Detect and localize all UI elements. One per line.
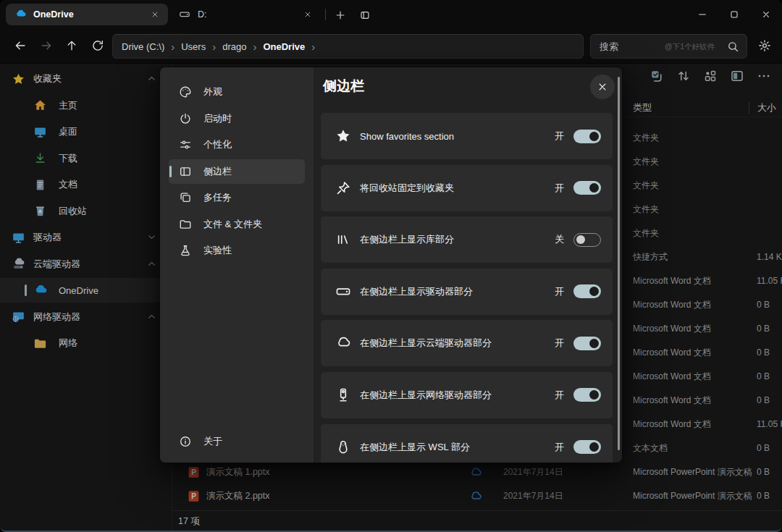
- drive-icon: [335, 284, 351, 300]
- setting-label: 在侧边栏上显示云端驱动器部分: [360, 337, 555, 350]
- tab-layout-button[interactable]: [356, 6, 374, 25]
- settings-nav-label: 多任务: [203, 191, 232, 204]
- settings-nav-label: 文件 & 文件夹: [203, 218, 262, 231]
- palette-icon: [179, 85, 192, 98]
- tab-label: D:: [198, 9, 295, 20]
- toggle-group: 开: [555, 440, 601, 454]
- toggle-knob: [589, 287, 599, 296]
- toggle-state-label: 开: [555, 130, 564, 143]
- toggle-switch-show-library[interactable]: [573, 233, 601, 247]
- settings-nav-appearance[interactable]: 外观: [169, 80, 305, 104]
- tab-bar: OneDriveD:: [6, 4, 321, 25]
- setting-label: 在侧边栏上显示 WSL 部分: [360, 441, 555, 454]
- settings-nav-label: 个性化: [203, 138, 232, 151]
- power-icon: [179, 112, 192, 125]
- toggle-state-label: 开: [555, 441, 564, 454]
- tab-divider: [325, 9, 326, 20]
- settings-nav-about[interactable]: 关于: [169, 429, 305, 454]
- server-icon: [335, 387, 351, 403]
- toggle-knob: [589, 132, 599, 141]
- toggle-knob: [589, 390, 599, 400]
- toggle-group: 开: [555, 388, 601, 402]
- toggle-state-label: 开: [555, 285, 564, 298]
- breadcrumb-item-2[interactable]: drago: [222, 41, 246, 52]
- toggle-knob: [589, 339, 599, 348]
- sidebar-layout-icon: [179, 165, 192, 178]
- setting-label: 将回收站固定到收藏夹: [360, 182, 555, 195]
- setting-row-show-network-drives: 在侧边栏上显示网络驱动器部分开: [321, 372, 613, 418]
- settings-nav-label: 关于: [203, 435, 222, 448]
- toggle-switch-show-cloud-drives[interactable]: [573, 337, 601, 350]
- forward-button[interactable]: [35, 34, 58, 57]
- setting-row-show-drives: 在侧边栏上显示驱动器部分开: [321, 269, 613, 315]
- close-window-button[interactable]: [750, 0, 782, 29]
- settings-content: 侧边栏 Show favorites section开将回收站固定到收藏夹开在侧…: [314, 67, 623, 463]
- up-button[interactable]: [60, 34, 83, 57]
- setting-row-show-library: 在侧边栏上显示库部分关: [321, 216, 613, 263]
- breadcrumb-separator: ›: [171, 41, 175, 52]
- flask-icon: [179, 244, 192, 257]
- settings-nav: 外观启动时个性化侧边栏多任务文件 & 文件夹实验性关于: [160, 67, 314, 463]
- settings-nav-personalization[interactable]: 个性化: [169, 132, 305, 157]
- toggle-state-label: 关: [555, 233, 564, 246]
- tab-d-[interactable]: D:: [170, 4, 321, 25]
- settings-nav-files-folders[interactable]: 文件 & 文件夹: [169, 212, 305, 237]
- drive-tab-icon: [179, 9, 190, 20]
- settings-gear-button[interactable]: [753, 34, 776, 57]
- setting-row-show-cloud-drives: 在侧边栏上显示云端驱动器部分开: [321, 320, 613, 366]
- breadcrumb-item-1[interactable]: Users: [181, 41, 206, 52]
- breadcrumb-separator: ›: [253, 41, 256, 52]
- breadcrumb[interactable]: Drive (C:\)›Users›drago›OneDrive›: [112, 34, 584, 59]
- toggle-switch-show-favorites[interactable]: [573, 130, 601, 143]
- settings-nav-label: 实验性: [203, 244, 232, 257]
- toggle-switch-show-drives[interactable]: [573, 284, 601, 298]
- new-tab-button[interactable]: [331, 6, 350, 25]
- tab-label: OneDrive: [33, 9, 142, 20]
- settings-nav-multitasking[interactable]: 多任务: [169, 185, 305, 210]
- settings-nav-startup[interactable]: 启动时: [169, 106, 305, 131]
- onedrive-tab-icon: [14, 9, 26, 20]
- search-box[interactable]: @下1个好软件: [590, 34, 747, 59]
- file-manager-window: OneDriveD: Drive (C:\)›Users›drago›OneDr…: [0, 0, 782, 532]
- breadcrumb-item-3[interactable]: OneDrive: [263, 41, 305, 52]
- dialog-scrollbar[interactable]: [618, 77, 620, 450]
- back-button[interactable]: [9, 34, 32, 57]
- toggle-group: 开: [555, 337, 601, 350]
- toggle-switch-show-network-drives[interactable]: [573, 388, 601, 402]
- nav-selection-indicator: [169, 166, 172, 177]
- watermark-text: @下1个好软件: [665, 42, 715, 52]
- settings-nav-experimental[interactable]: 实验性: [169, 238, 305, 263]
- maximize-button[interactable]: [718, 0, 750, 29]
- tab-onedrive[interactable]: OneDrive: [6, 4, 168, 25]
- search-icon[interactable]: [727, 41, 739, 53]
- breadcrumb-item-0[interactable]: Drive (C:\): [122, 41, 164, 52]
- tab-close-button[interactable]: [300, 7, 315, 22]
- settings-nav-label: 外观: [203, 85, 222, 98]
- toggle-state-label: 开: [555, 337, 564, 350]
- tab-close-button[interactable]: [148, 7, 162, 22]
- settings-nav-label: 启动时: [203, 112, 232, 125]
- library-icon: [335, 232, 351, 248]
- settings-rows: Show favorites section开将回收站固定到收藏夹开在侧边栏上显…: [321, 113, 613, 463]
- toggle-group: 开: [555, 181, 601, 195]
- toggle-knob: [576, 235, 585, 244]
- breadcrumb-separator: ›: [212, 41, 216, 52]
- toggle-group: 开: [555, 130, 601, 143]
- star-icon: [335, 128, 351, 144]
- settings-dialog: 外观启动时个性化侧边栏多任务文件 & 文件夹实验性关于 侧边栏 Show fav…: [159, 67, 623, 463]
- breadcrumb-separator: ›: [311, 41, 315, 52]
- toggle-switch-show-wsl[interactable]: [573, 440, 601, 454]
- refresh-button[interactable]: [86, 34, 109, 57]
- pin-icon: [335, 180, 351, 196]
- setting-label: 在侧边栏上显示驱动器部分: [360, 285, 555, 298]
- settings-nav-sidebar[interactable]: 侧边栏: [169, 159, 305, 184]
- dialog-close-button[interactable]: [590, 75, 615, 99]
- navigation-toolbar: Drive (C:\)›Users›drago›OneDrive› @下1个好软…: [0, 29, 782, 64]
- setting-row-show-favorites: Show favorites section开: [321, 113, 613, 159]
- folder-outline-icon: [179, 218, 192, 231]
- toggle-switch-pin-recycle-bin[interactable]: [573, 181, 601, 195]
- settings-nav-label: 侧边栏: [203, 165, 232, 178]
- toggle-group: 开: [555, 284, 601, 298]
- setting-label: Show favorites section: [360, 131, 555, 142]
- minimize-button[interactable]: [686, 0, 718, 29]
